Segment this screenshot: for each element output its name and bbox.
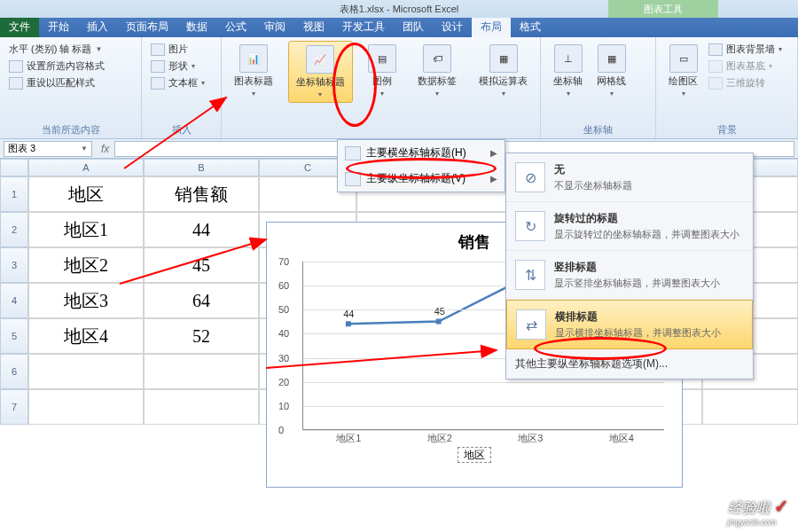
gridlines-button[interactable]: ▦网格线▾ (590, 41, 633, 101)
submenu-horizontal-axis-title[interactable]: 主要横坐标轴标题(H) ▶ (338, 140, 505, 166)
cell[interactable]: 销售额 (144, 176, 259, 212)
tab-insert[interactable]: 插入 (78, 17, 117, 37)
tab-format[interactable]: 格式 (511, 17, 550, 37)
chevron-down-icon: ▾ (201, 79, 205, 87)
row-header[interactable]: 1 (0, 176, 28, 212)
format-selection-label: 设置所选内容格式 (27, 59, 105, 73)
chart-title-button[interactable]: 📊图表标题▾ (227, 41, 280, 101)
axes-button[interactable]: ⊥坐标轴▾ (546, 41, 590, 101)
chevron-down-icon: ▾ (610, 90, 614, 98)
tab-data[interactable]: 数据 (177, 17, 216, 37)
legend-label: 图例 (372, 74, 392, 88)
insert-shapes-button[interactable]: 形状▾ (147, 58, 215, 74)
cell[interactable]: 45 (144, 247, 259, 283)
name-box[interactable]: 图表 3 ▼ (4, 141, 92, 157)
insert-picture-button[interactable]: 图片 (147, 41, 215, 58)
row-header[interactable]: 7 (0, 389, 28, 425)
plot-area-button[interactable]: ▭绘图区▾ (661, 41, 705, 101)
tab-layout[interactable]: 布局 (472, 17, 511, 37)
chevron-down-icon: ▼ (81, 145, 88, 153)
flyout-horizontal-title: 横排标题 (555, 309, 721, 325)
data-table-icon: ▦ (489, 44, 518, 73)
tab-page-layout[interactable]: 页面布局 (117, 17, 177, 37)
col-header[interactable]: A (28, 159, 144, 176)
cell[interactable]: 地区4 (28, 318, 144, 354)
chevron-right-icon: ▶ (490, 148, 497, 158)
chevron-down-icon: ▾ (502, 90, 505, 98)
submenu-horizontal-label: 主要横坐标轴标题(H) (366, 145, 466, 160)
flyout-rotated[interactable]: ↻ 旋转过的标题 显示旋转过的坐标轴标题，并调整图表大小 (506, 202, 753, 251)
textbox-icon (151, 77, 165, 90)
cell[interactable]: 地区1 (28, 212, 144, 247)
legend-icon: ▤ (368, 44, 396, 73)
flyout-horizontal[interactable]: ⇄ 横排标题 显示横排坐标轴标题，并调整图表大小 (506, 300, 753, 349)
submenu-vertical-label: 主要纵坐标轴标题(V) (366, 171, 466, 186)
tab-review[interactable]: 审阅 (255, 17, 294, 37)
textbox-label: 文本框 (168, 76, 198, 90)
select-all-corner[interactable] (0, 159, 28, 176)
flyout-vertical[interactable]: ⇅ 竖排标题 显示竖排坐标轴标题，并调整图表大小 (506, 251, 753, 300)
flyout-none-title: 无 (554, 162, 632, 177)
cell[interactable] (28, 389, 144, 425)
shapes-icon (151, 60, 165, 73)
cell[interactable]: 地区3 (28, 283, 144, 318)
submenu-vertical-axis-title[interactable]: 主要纵坐标轴标题(V) ▶ (338, 166, 505, 192)
cell[interactable]: 地区 (28, 176, 144, 212)
row-header[interactable]: 2 (0, 212, 28, 247)
flyout-none[interactable]: ⊘ 无 不显示坐标轴标题 (506, 153, 753, 202)
tab-design[interactable]: 设计 (433, 17, 472, 37)
cell[interactable] (702, 389, 798, 425)
svg-rect-0 (346, 321, 351, 326)
chevron-down-icon: ▾ (682, 90, 685, 98)
reset-style-label: 重设以匹配样式 (27, 76, 95, 90)
watermark: 经验啦 ✓ jingyanla.com (728, 496, 789, 527)
insert-textbox-button[interactable]: 文本框▾ (147, 74, 215, 91)
rotated-title-icon: ↻ (515, 211, 545, 241)
rotation-3d-label: 三维旋转 (726, 76, 765, 90)
chevron-down-icon: ▾ (567, 90, 570, 98)
legend-button[interactable]: ▤图例▾ (361, 41, 403, 101)
cell[interactable]: 地区2 (28, 247, 144, 283)
group-background-label: 背景 (661, 121, 792, 137)
data-labels-icon: 🏷 (423, 44, 451, 73)
data-labels-button[interactable]: 🏷数据标签▾ (411, 41, 464, 101)
cell[interactable]: 44 (144, 212, 259, 247)
ribbon-tabs: 文件 开始 插入 页面布局 数据 公式 审阅 视图 开发工具 团队 设计 布局 … (0, 18, 798, 37)
chevron-down-icon: ▾ (318, 90, 322, 98)
tab-home[interactable]: 开始 (39, 17, 78, 37)
chevron-down-icon: ▾ (192, 62, 195, 70)
row-header[interactable]: 3 (0, 247, 28, 283)
tab-formulas[interactable]: 公式 (216, 17, 255, 37)
tab-team[interactable]: 团队 (394, 17, 433, 37)
data-table-label: 模拟运算表 (479, 74, 528, 88)
chart-floor-button[interactable]: 图表基底▾ (705, 58, 786, 74)
chart-wall-button[interactable]: 图表背景墙▾ (705, 41, 786, 58)
tab-file[interactable]: 文件 (0, 17, 39, 37)
chart-floor-icon (708, 60, 723, 73)
axes-label: 坐标轴 (553, 74, 583, 88)
axis-titles-button[interactable]: 📈坐标轴标题▾ (288, 41, 353, 103)
ribbon: 水平 (类别) 轴 标题 ▼ 设置所选内容格式 重设以匹配样式 当前所选内容 图… (0, 37, 798, 139)
plot-area-label: 绘图区 (669, 74, 698, 88)
rotation-3d-button[interactable]: 三维旋转 (705, 74, 786, 91)
cell[interactable]: 52 (144, 318, 259, 354)
axes-icon: ⊥ (554, 44, 583, 73)
cell[interactable]: 64 (144, 283, 259, 318)
window-title: 表格1.xlsx - Microsoft Excel (340, 4, 458, 14)
reset-style-button[interactable]: 重设以匹配样式 (5, 74, 136, 91)
flyout-more-options[interactable]: 其他主要纵坐标轴标题选项(M)... (506, 349, 753, 379)
row-header[interactable]: 4 (0, 283, 28, 318)
selection-dropdown[interactable]: 水平 (类别) 轴 标题 ▼ (5, 41, 136, 58)
row-header[interactable]: 6 (0, 354, 28, 389)
row-header[interactable]: 5 (0, 318, 28, 354)
cell[interactable] (144, 354, 259, 389)
tab-view[interactable]: 视图 (294, 17, 333, 37)
format-selection-button[interactable]: 设置所选内容格式 (5, 58, 136, 74)
col-header[interactable]: B (144, 159, 259, 176)
cell[interactable] (28, 354, 144, 389)
fx-label[interactable]: fx (96, 143, 114, 155)
group-axes-label: 坐标轴 (546, 121, 650, 137)
tab-developer[interactable]: 开发工具 (333, 17, 394, 37)
data-table-button[interactable]: ▦模拟运算表▾ (472, 41, 535, 101)
cell[interactable] (144, 389, 259, 425)
